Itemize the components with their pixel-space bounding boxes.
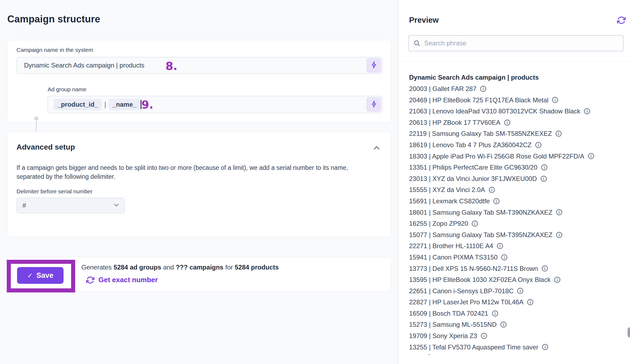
list-item: 19709 | Sony Xperia Z3: [409, 330, 625, 342]
preview-title: Preview: [409, 16, 439, 25]
list-item: 22827 | HP LaserJet Pro M12w T0L46A: [409, 296, 625, 308]
info-icon[interactable]: [556, 231, 563, 238]
token-name[interactable]: _name_: [109, 99, 140, 110]
preview-campaign-header: Dynamic Search Ads campaign | products: [409, 72, 625, 83]
product-label: 18303 | Apple iPad Pro Wi-Fi 256GB Rose …: [409, 151, 584, 162]
info-icon[interactable]: [541, 265, 548, 272]
info-icon[interactable]: [492, 310, 499, 317]
info-icon[interactable]: [535, 141, 542, 149]
info-icon[interactable]: [588, 153, 595, 160]
product-label: 18619 | Lenovo Tab 4 7 Plus ZA360042CZ: [409, 139, 532, 151]
info-icon[interactable]: [556, 209, 563, 216]
preview-product-list: Dynamic Search Ads campaign | products 2…: [409, 72, 625, 353]
save-button[interactable]: ✓ Save: [17, 267, 64, 284]
info-icon[interactable]: [501, 254, 508, 261]
generates-summary: Generates5284 ad groupsand??? campaignsf…: [81, 264, 281, 271]
list-item: 22651 | Canon i-Sensys LBP-7018C: [409, 285, 625, 297]
for-word: for: [225, 264, 233, 271]
insert-variable-button[interactable]: [366, 97, 381, 112]
refresh-icon: [617, 21, 626, 25]
campaign-structure-pane: Campaign structure Campaign name in the …: [0, 0, 398, 364]
campaign-name-input[interactable]: Dynamic Search Ads campaign | products 8…: [16, 57, 383, 74]
token-product-id[interactable]: _product_id_: [54, 99, 102, 110]
list-item: 20613 | HP ZBook 17 T7V60EA: [409, 117, 625, 128]
preview-search-box: [408, 35, 624, 51]
divider: [398, 61, 630, 62]
ad-group-name-input[interactable]: _product_id_ | _name_ 9.: [48, 96, 383, 113]
list-item: 15555 | XYZ da Vinci 2.0A: [409, 184, 625, 196]
ad-group-name-label: Ad group name: [48, 86, 87, 93]
list-item: 15941 | Canon PIXMA TS3150: [409, 252, 625, 263]
info-icon[interactable]: [517, 287, 524, 294]
campaign-name-value: Dynamic Search Ads campaign | products: [24, 62, 144, 69]
info-icon[interactable]: [471, 220, 478, 227]
info-icon[interactable]: [541, 164, 548, 171]
refresh-preview-button[interactable]: [616, 16, 626, 25]
product-label: 13773 | Dell XPS 15 N-9560-N2-711S Brown: [409, 263, 538, 274]
list-item: 15691 | Lexmark CS820dtfe: [409, 196, 625, 207]
save-button-label: Save: [36, 271, 53, 280]
product-label: 15555 | XYZ da Vinci 2.0A: [409, 184, 485, 196]
info-icon[interactable]: [554, 276, 561, 283]
product-label: 13255 | Tefal FV5370 Aquaspeed Time save…: [409, 342, 538, 353]
list-item: 20469 | HP EliteBook 725 F1Q17EA Black M…: [409, 95, 625, 106]
get-exact-number-link[interactable]: Get exact number: [86, 276, 158, 284]
edge-scroll-handle[interactable]: [628, 327, 630, 338]
list-item: 23013 | XYZ da Vinci Junior 3F1JWXEU00D: [409, 173, 625, 184]
info-icon[interactable]: [540, 175, 547, 182]
connector-node: [35, 117, 38, 120]
info-icon[interactable]: [480, 85, 487, 92]
info-icon[interactable]: [527, 299, 534, 306]
search-input[interactable]: [424, 36, 623, 51]
info-icon[interactable]: [504, 119, 511, 126]
list-item: 22119 | Samsung Galaxy Tab SM-T585NZKEXE…: [409, 128, 625, 139]
list-item: 22271 | Brother HL-1110E A4: [409, 240, 625, 252]
product-label: 20613 | HP ZBook 17 T7V60EA: [409, 117, 500, 128]
info-icon[interactable]: [480, 332, 488, 339]
product-label: 16509 | Bosch TDA 702421: [409, 308, 488, 319]
list-item: 21063 | Lenovo IdeaPad V310 80T3012VCK S…: [409, 106, 625, 117]
list-item: 16509 | Bosch TDA 702421: [409, 308, 625, 319]
delimiter-select[interactable]: #: [16, 198, 125, 213]
info-icon[interactable]: [552, 96, 559, 103]
lightning-icon: [370, 100, 378, 109]
product-label: 20469 | HP EliteBook 725 F1Q17EA Black M…: [409, 95, 548, 106]
info-icon[interactable]: [493, 198, 500, 205]
campaign-name-label: Campaign name in the system: [16, 47, 93, 53]
list-item: 20003 | Gallet FAR 287: [409, 83, 625, 95]
info-icon[interactable]: [488, 186, 495, 193]
search-icon: [409, 40, 420, 47]
page-title: Campaign structure: [7, 14, 100, 25]
lightning-icon: [370, 61, 378, 70]
products-count: 5284 products: [235, 264, 279, 271]
delimiter-label: Delimiter before serial number: [16, 188, 92, 195]
list-truncation-dot: [429, 354, 430, 355]
annotation-step-8: 8.: [165, 60, 177, 73]
refresh-icon: [86, 276, 94, 284]
list-item: 15077 | Samsung Galaxy Tab SM-T395NZKAXE…: [409, 229, 625, 241]
annotation-step-9: 9.: [141, 98, 153, 111]
advanced-setup-card: Advanced setup If a campaign gets bigger…: [7, 132, 391, 237]
get-exact-number-label: Get exact number: [98, 276, 158, 284]
info-icon[interactable]: [555, 130, 562, 137]
info-icon[interactable]: [583, 108, 591, 115]
product-label: 22651 | Canon i-Sensys LBP-7018C: [409, 285, 513, 297]
collapse-section-button[interactable]: [372, 144, 381, 152]
list-item: 13773 | Dell XPS 15 N-9560-N2-711S Brown: [409, 263, 625, 274]
info-icon[interactable]: [542, 343, 549, 350]
delimiter-selected-value: #: [22, 202, 26, 209]
list-item: 15273 | Samsung ML-5515ND: [409, 319, 625, 330]
product-label: 13351 | Philips PerfectCare Elite GC9630…: [409, 162, 538, 173]
info-icon[interactable]: [496, 242, 503, 250]
product-label: 18601 | Samsung Galaxy Tab SM-T390NZKAXE…: [409, 207, 552, 218]
product-label: 20003 | Gallet FAR 287: [409, 83, 476, 95]
product-label: 16255 | Zopo ZP920: [409, 218, 468, 229]
product-label: 15077 | Samsung Galaxy Tab SM-T395NZKAXE…: [409, 229, 552, 241]
product-label: 22271 | Brother HL-1110E A4: [409, 240, 493, 252]
chevron-down-icon: [114, 203, 119, 208]
advanced-setup-description: If a campaign gets bigger and needs to b…: [16, 163, 372, 181]
info-icon[interactable]: [500, 321, 507, 328]
insert-variable-button[interactable]: [366, 58, 381, 73]
list-item: 18601 | Samsung Galaxy Tab SM-T390NZKAXE…: [409, 207, 625, 218]
naming-card: Campaign name in the system Dynamic Sear…: [7, 40, 391, 122]
